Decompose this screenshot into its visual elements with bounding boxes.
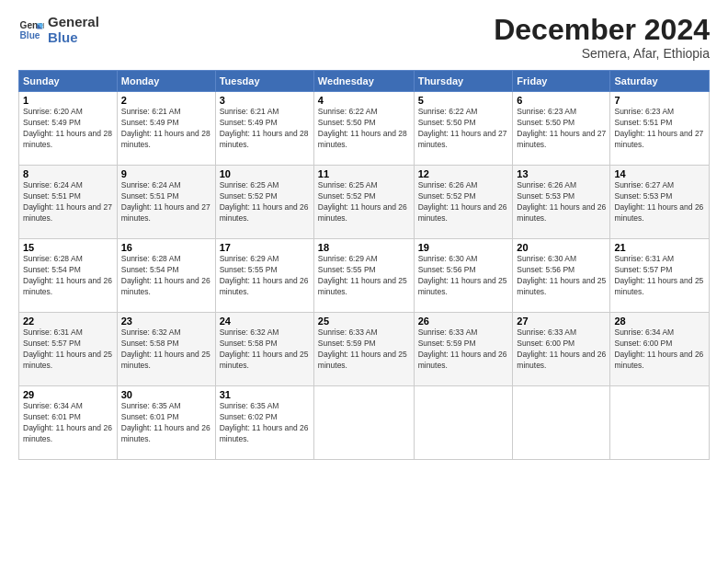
calendar-cell: 20 Sunrise: 6:30 AMSunset: 5:56 PMDaylig… bbox=[513, 239, 610, 313]
calendar-body: 1 Sunrise: 6:20 AMSunset: 5:49 PMDayligh… bbox=[19, 92, 710, 460]
calendar-cell: 10 Sunrise: 6:25 AMSunset: 5:52 PMDaylig… bbox=[215, 166, 313, 239]
day-number: 12 bbox=[418, 168, 509, 179]
day-number: 26 bbox=[418, 316, 509, 327]
day-info: Sunrise: 6:26 AMSunset: 5:52 PMDaylight:… bbox=[418, 180, 509, 224]
calendar-cell: 4 Sunrise: 6:22 AMSunset: 5:50 PMDayligh… bbox=[313, 92, 414, 166]
calendar-cell: 26 Sunrise: 6:33 AMSunset: 5:59 PMDaylig… bbox=[414, 313, 513, 386]
page: General Blue General Blue December 2024 … bbox=[0, 0, 728, 563]
calendar-cell bbox=[313, 386, 414, 460]
calendar-cell: 28 Sunrise: 6:34 AMSunset: 6:00 PMDaylig… bbox=[610, 313, 710, 386]
calendar-cell: 6 Sunrise: 6:23 AMSunset: 5:50 PMDayligh… bbox=[513, 92, 610, 166]
day-info: Sunrise: 6:30 AMSunset: 5:56 PMDaylight:… bbox=[517, 254, 606, 298]
calendar-cell: 18 Sunrise: 6:29 AMSunset: 5:55 PMDaylig… bbox=[313, 239, 414, 313]
location-subtitle: Semera, Afar, Ethiopia bbox=[494, 46, 710, 61]
day-number: 20 bbox=[517, 242, 606, 253]
day-info: Sunrise: 6:29 AMSunset: 5:55 PMDaylight:… bbox=[318, 254, 410, 298]
day-number: 5 bbox=[418, 95, 509, 106]
day-info: Sunrise: 6:34 AMSunset: 6:00 PMDaylight:… bbox=[614, 327, 705, 372]
day-info: Sunrise: 6:26 AMSunset: 5:53 PMDaylight:… bbox=[517, 180, 606, 224]
calendar-cell: 14 Sunrise: 6:27 AMSunset: 5:53 PMDaylig… bbox=[610, 166, 710, 239]
day-number: 1 bbox=[23, 95, 113, 106]
day-number: 19 bbox=[418, 242, 509, 253]
week-row-3: 15 Sunrise: 6:28 AMSunset: 5:54 PMDaylig… bbox=[19, 239, 710, 313]
logo-name: General Blue bbox=[48, 15, 99, 45]
calendar-cell: 8 Sunrise: 6:24 AMSunset: 5:51 PMDayligh… bbox=[19, 166, 118, 239]
day-info: Sunrise: 6:21 AMSunset: 5:49 PMDaylight:… bbox=[220, 107, 310, 151]
day-info: Sunrise: 6:31 AMSunset: 5:57 PMDaylight:… bbox=[23, 327, 113, 372]
calendar-cell bbox=[414, 386, 513, 460]
calendar-cell bbox=[610, 386, 710, 460]
day-info: Sunrise: 6:23 AMSunset: 5:50 PMDaylight:… bbox=[517, 107, 606, 151]
header: General Blue General Blue December 2024 … bbox=[18, 15, 710, 61]
day-number: 28 bbox=[614, 316, 705, 327]
calendar-cell: 17 Sunrise: 6:29 AMSunset: 5:55 PMDaylig… bbox=[215, 239, 313, 313]
day-info: Sunrise: 6:33 AMSunset: 6:00 PMDaylight:… bbox=[517, 327, 606, 372]
svg-text:Blue: Blue bbox=[20, 29, 40, 40]
day-info: Sunrise: 6:34 AMSunset: 6:01 PMDaylight:… bbox=[23, 401, 113, 445]
day-number: 6 bbox=[517, 95, 606, 106]
calendar-cell: 13 Sunrise: 6:26 AMSunset: 5:53 PMDaylig… bbox=[513, 166, 610, 239]
calendar-cell: 23 Sunrise: 6:32 AMSunset: 5:58 PMDaylig… bbox=[117, 313, 215, 386]
day-info: Sunrise: 6:32 AMSunset: 5:58 PMDaylight:… bbox=[121, 327, 211, 372]
week-row-4: 22 Sunrise: 6:31 AMSunset: 5:57 PMDaylig… bbox=[19, 313, 710, 386]
calendar-cell: 11 Sunrise: 6:25 AMSunset: 5:52 PMDaylig… bbox=[313, 166, 414, 239]
day-info: Sunrise: 6:20 AMSunset: 5:49 PMDaylight:… bbox=[23, 107, 113, 151]
week-row-1: 1 Sunrise: 6:20 AMSunset: 5:49 PMDayligh… bbox=[19, 92, 710, 166]
day-info: Sunrise: 6:33 AMSunset: 5:59 PMDaylight:… bbox=[418, 327, 509, 372]
calendar-cell: 25 Sunrise: 6:33 AMSunset: 5:59 PMDaylig… bbox=[313, 313, 414, 386]
day-info: Sunrise: 6:30 AMSunset: 5:56 PMDaylight:… bbox=[418, 254, 509, 298]
day-number: 30 bbox=[121, 389, 211, 400]
day-number: 7 bbox=[614, 95, 705, 106]
calendar-cell: 24 Sunrise: 6:32 AMSunset: 5:58 PMDaylig… bbox=[215, 313, 313, 386]
day-number: 10 bbox=[220, 168, 310, 179]
day-number: 15 bbox=[23, 242, 113, 253]
calendar-table: SundayMondayTuesdayWednesdayThursdayFrid… bbox=[18, 70, 710, 460]
day-number: 9 bbox=[121, 168, 211, 179]
weekday-tuesday: Tuesday bbox=[215, 71, 313, 92]
weekday-header-row: SundayMondayTuesdayWednesdayThursdayFrid… bbox=[19, 71, 710, 92]
day-info: Sunrise: 6:27 AMSunset: 5:53 PMDaylight:… bbox=[614, 180, 705, 224]
day-info: Sunrise: 6:28 AMSunset: 5:54 PMDaylight:… bbox=[23, 254, 113, 298]
day-number: 29 bbox=[23, 389, 113, 400]
day-number: 16 bbox=[121, 242, 211, 253]
logo: General Blue General Blue bbox=[18, 15, 99, 45]
weekday-thursday: Thursday bbox=[414, 71, 513, 92]
calendar-cell: 15 Sunrise: 6:28 AMSunset: 5:54 PMDaylig… bbox=[19, 239, 118, 313]
calendar-cell: 27 Sunrise: 6:33 AMSunset: 6:00 PMDaylig… bbox=[513, 313, 610, 386]
day-info: Sunrise: 6:25 AMSunset: 5:52 PMDaylight:… bbox=[220, 180, 310, 224]
day-info: Sunrise: 6:35 AMSunset: 6:01 PMDaylight:… bbox=[121, 401, 211, 445]
day-info: Sunrise: 6:35 AMSunset: 6:02 PMDaylight:… bbox=[220, 401, 310, 445]
day-number: 23 bbox=[121, 316, 211, 327]
weekday-monday: Monday bbox=[117, 71, 215, 92]
day-number: 13 bbox=[517, 168, 606, 179]
day-number: 24 bbox=[220, 316, 310, 327]
calendar-cell: 22 Sunrise: 6:31 AMSunset: 5:57 PMDaylig… bbox=[19, 313, 118, 386]
day-info: Sunrise: 6:25 AMSunset: 5:52 PMDaylight:… bbox=[318, 180, 410, 224]
calendar-cell: 29 Sunrise: 6:34 AMSunset: 6:01 PMDaylig… bbox=[19, 386, 118, 460]
calendar-cell: 16 Sunrise: 6:28 AMSunset: 5:54 PMDaylig… bbox=[117, 239, 215, 313]
weekday-friday: Friday bbox=[513, 71, 610, 92]
day-number: 3 bbox=[220, 95, 310, 106]
logo-icon: General Blue bbox=[18, 17, 44, 43]
calendar-cell: 2 Sunrise: 6:21 AMSunset: 5:49 PMDayligh… bbox=[117, 92, 215, 166]
day-info: Sunrise: 6:32 AMSunset: 5:58 PMDaylight:… bbox=[220, 327, 310, 372]
week-row-5: 29 Sunrise: 6:34 AMSunset: 6:01 PMDaylig… bbox=[19, 386, 710, 460]
day-number: 11 bbox=[318, 168, 410, 179]
day-number: 21 bbox=[614, 242, 705, 253]
day-number: 25 bbox=[318, 316, 410, 327]
day-info: Sunrise: 6:23 AMSunset: 5:51 PMDaylight:… bbox=[614, 107, 705, 151]
day-info: Sunrise: 6:28 AMSunset: 5:54 PMDaylight:… bbox=[121, 254, 211, 298]
calendar-cell: 1 Sunrise: 6:20 AMSunset: 5:49 PMDayligh… bbox=[19, 92, 118, 166]
day-number: 8 bbox=[23, 168, 113, 179]
day-number: 22 bbox=[23, 316, 113, 327]
day-info: Sunrise: 6:33 AMSunset: 5:59 PMDaylight:… bbox=[318, 327, 410, 372]
day-info: Sunrise: 6:24 AMSunset: 5:51 PMDaylight:… bbox=[121, 180, 211, 224]
day-number: 14 bbox=[614, 168, 705, 179]
day-number: 4 bbox=[318, 95, 410, 106]
day-number: 17 bbox=[220, 242, 310, 253]
day-info: Sunrise: 6:24 AMSunset: 5:51 PMDaylight:… bbox=[23, 180, 113, 224]
day-number: 18 bbox=[318, 242, 410, 253]
month-title: December 2024 bbox=[494, 15, 710, 44]
calendar-cell: 12 Sunrise: 6:26 AMSunset: 5:52 PMDaylig… bbox=[414, 166, 513, 239]
week-row-2: 8 Sunrise: 6:24 AMSunset: 5:51 PMDayligh… bbox=[19, 166, 710, 239]
